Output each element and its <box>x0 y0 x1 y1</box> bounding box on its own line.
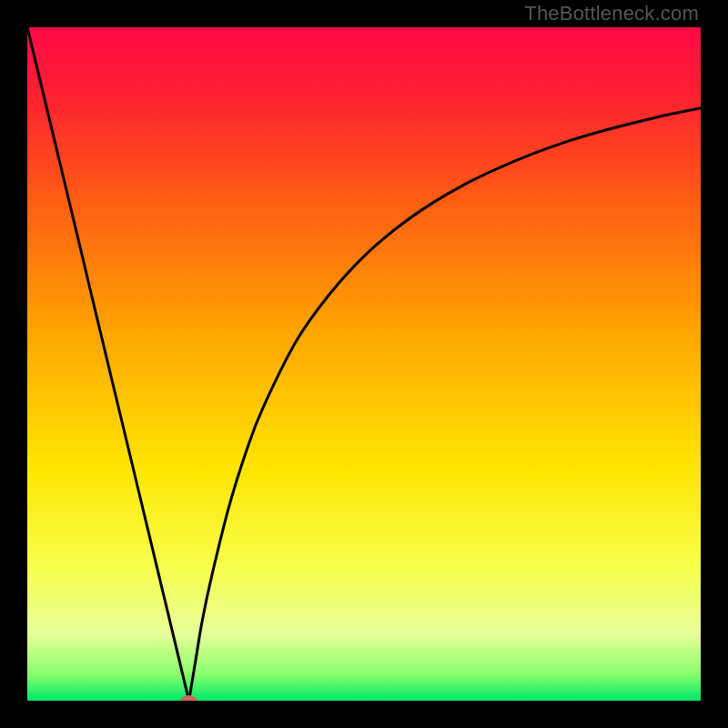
plot-frame <box>27 27 701 701</box>
bottleneck-chart <box>27 27 701 701</box>
watermark-text: TheBottleneck.com <box>524 2 699 25</box>
gradient-background <box>27 27 701 701</box>
